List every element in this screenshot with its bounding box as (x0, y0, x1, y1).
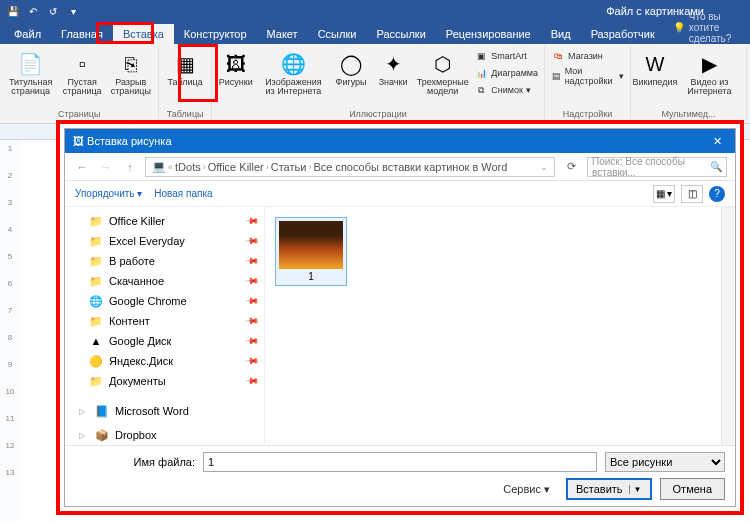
tree-item[interactable]: 🟡Яндекс.Диск📌 (65, 351, 264, 371)
tab-file[interactable]: Файл (4, 24, 51, 44)
pin-icon[interactable]: 📌 (245, 274, 260, 289)
blank-page-button[interactable]: ▫Пустая страница (59, 48, 105, 109)
crumb-0[interactable]: tDots (175, 161, 201, 173)
pin-icon[interactable]: 📌 (245, 354, 260, 369)
tree-label: Документы (109, 375, 166, 387)
refresh-icon[interactable]: ⟳ (561, 160, 581, 173)
back-button[interactable]: ← (73, 158, 91, 176)
tree-item[interactable]: 📁В работе📌 (65, 251, 264, 271)
breadcrumb[interactable]: 💻 « tDots› Office Killer› Статьи› Все сп… (145, 157, 555, 177)
pin-icon[interactable]: 📌 (245, 294, 260, 309)
pin-icon[interactable]: 📌 (245, 314, 260, 329)
group-addins-label: Надстройки (563, 109, 612, 119)
vertical-ruler: 12345678910111213 (0, 140, 20, 521)
tree-item[interactable]: 📁Документы📌 (65, 371, 264, 391)
wikipedia-button[interactable]: WВикипедия (635, 48, 675, 109)
tree-item[interactable]: ▲Google Диск📌 (65, 331, 264, 351)
tab-insert[interactable]: Вставка (113, 24, 174, 44)
online-video-button[interactable]: ▶Видео из Интернета (677, 48, 742, 109)
myaddins-button[interactable]: ▤Мои надстройки ▾ (549, 65, 626, 87)
tab-mailings[interactable]: Рассылки (366, 24, 435, 44)
page-break-button[interactable]: ⎘Разрыв страницы (107, 48, 154, 109)
tree-label: Google Диск (109, 335, 171, 347)
organize-button[interactable]: Упорядочить ▾ (75, 188, 142, 199)
crumb-2[interactable]: Статьи (271, 161, 307, 173)
ribbon: 📄Титульная страница ▫Пустая страница ⎘Ра… (0, 44, 750, 124)
filename-input[interactable] (203, 452, 597, 472)
tree-item[interactable]: ▷📘Microsoft Word (65, 401, 264, 421)
dialog-icon: 🖼 (73, 135, 84, 147)
help-icon[interactable]: ? (709, 186, 725, 202)
insert-button[interactable]: Вставить▼ (566, 478, 652, 500)
dialog-title: Вставка рисунка (87, 135, 171, 147)
up-button[interactable]: ↑ (121, 158, 139, 176)
crumb-3[interactable]: Все способы вставки картинок в Word (313, 161, 507, 173)
pin-icon[interactable]: 📌 (245, 214, 260, 229)
pin-icon[interactable]: 📌 (245, 234, 260, 249)
smartart-button[interactable]: ▣SmartArt (472, 48, 540, 64)
tab-design[interactable]: Конструктор (174, 24, 257, 44)
cancel-button[interactable]: Отмена (660, 478, 725, 500)
undo-icon[interactable]: ↶ (26, 4, 40, 18)
pin-icon[interactable]: 📌 (245, 374, 260, 389)
qat-dropdown-icon[interactable]: ▾ (66, 4, 80, 18)
view-mode-button[interactable]: ▦ ▾ (653, 185, 675, 203)
tree-item[interactable]: 📁Excel Everyday📌 (65, 231, 264, 251)
redo-icon[interactable]: ↺ (46, 4, 60, 18)
screenshot-button[interactable]: ⧉Снимок ▾ (472, 82, 540, 98)
table-button[interactable]: ▦Таблица (163, 48, 206, 109)
tree-item[interactable]: 📁Скачанное📌 (65, 271, 264, 291)
tab-references[interactable]: Ссылки (308, 24, 367, 44)
service-button[interactable]: Сервис ▾ (503, 483, 550, 496)
pictures-button[interactable]: 🖼Рисунки (216, 48, 256, 109)
thumbnail-image (279, 221, 343, 269)
ribbon-tabs: Файл Главная Вставка Конструктор Макет С… (0, 22, 750, 44)
insert-picture-dialog: 🖼 Вставка рисунка ✕ ← → ↑ 💻 « tDots› Off… (64, 128, 736, 507)
cover-page-button[interactable]: 📄Титульная страница (4, 48, 57, 109)
file-filter-dropdown[interactable]: Все рисунки (605, 452, 725, 472)
close-icon[interactable]: ✕ (707, 135, 727, 148)
crumb-1[interactable]: Office Killer (208, 161, 264, 173)
tree-label: В работе (109, 255, 155, 267)
tab-review[interactable]: Рецензирование (436, 24, 541, 44)
tree-label: Excel Everyday (109, 235, 185, 247)
tree-item[interactable]: 📁Office Killer📌 (65, 211, 264, 231)
tab-view[interactable]: Вид (541, 24, 581, 44)
shapes-button[interactable]: ◯Фигуры (331, 48, 371, 109)
chevron-right-icon[interactable]: ▷ (79, 407, 89, 416)
tree-item[interactable]: 🌐Google Chrome📌 (65, 291, 264, 311)
file-list[interactable]: 1 (265, 207, 735, 445)
preview-pane-button[interactable]: ◫ (681, 185, 703, 203)
chart-button[interactable]: 📊Диаграмма (472, 65, 540, 81)
folder-icon: 📁 (89, 214, 103, 228)
newfolder-button[interactable]: Новая папка (154, 188, 212, 199)
filename-label: Имя файла: (75, 456, 195, 468)
forward-button[interactable]: → (97, 158, 115, 176)
pin-icon[interactable]: 📌 (245, 334, 260, 349)
folder-icon: 📁 (89, 274, 103, 288)
online-pictures-button[interactable]: 🌐Изображения из Интернета (258, 48, 329, 109)
3d-models-button[interactable]: ⬡Трехмерные модели (415, 48, 470, 109)
folder-tree[interactable]: 📁Office Killer📌📁Excel Everyday📌📁В работе… (65, 207, 265, 445)
tab-developer[interactable]: Разработчик (581, 24, 665, 44)
group-media: WВикипедия ▶Видео из Интернета Мультимед… (631, 46, 747, 121)
pin-icon[interactable]: 📌 (245, 254, 260, 269)
tree-label: Контент (109, 315, 150, 327)
scrollbar[interactable] (721, 207, 735, 445)
file-thumb[interactable]: 1 (275, 217, 347, 286)
save-icon[interactable]: 💾 (6, 4, 20, 18)
insert-split-icon[interactable]: ▼ (629, 485, 642, 494)
chevron-right-icon[interactable]: ▷ (79, 431, 89, 440)
icons-button[interactable]: ✦Значки (373, 48, 413, 109)
tell-me[interactable]: 💡 Что вы хотите сделать? (673, 11, 750, 44)
tab-layout[interactable]: Макет (257, 24, 308, 44)
group-pages: 📄Титульная страница ▫Пустая страница ⎘Ра… (0, 46, 159, 121)
tree-item[interactable]: ▷📦Dropbox (65, 425, 264, 445)
dropbox-icon: 📦 (95, 428, 109, 442)
folder-icon: 📁 (89, 254, 103, 268)
store-button[interactable]: 🛍Магазин (549, 48, 626, 64)
tree-label: Microsoft Word (115, 405, 189, 417)
tree-item[interactable]: 📁Контент📌 (65, 311, 264, 331)
search-input[interactable]: Поиск: Все способы вставки... 🔍 (587, 157, 727, 177)
tab-home[interactable]: Главная (51, 24, 113, 44)
